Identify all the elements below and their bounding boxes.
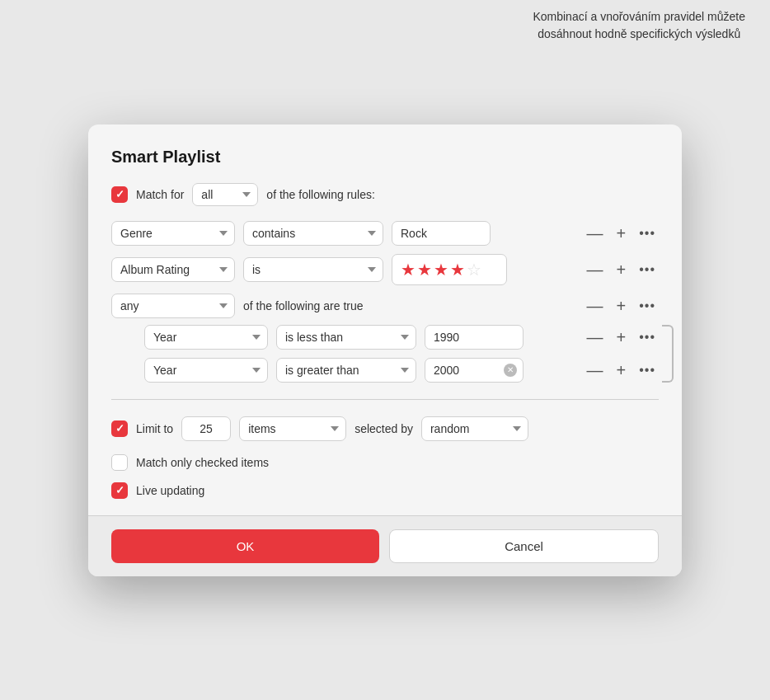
nested-field-select-year-2[interactable]: Year Genre Album Rating: [144, 358, 268, 383]
rule-row: Genre Album Rating Year Artist contains …: [111, 221, 659, 246]
nested-rule-actions-2: — + •••: [584, 360, 660, 380]
more-rule-2-button[interactable]: •••: [636, 261, 659, 278]
match-checked-row: Match only checked items: [111, 454, 659, 471]
cancel-button[interactable]: Cancel: [389, 529, 659, 563]
limit-label: Limit to: [136, 422, 173, 435]
nested-rule-row-1: Year Genre Album Rating is less than is …: [144, 325, 659, 350]
more-nested-rule-1-button[interactable]: •••: [636, 329, 659, 345]
match-all-select[interactable]: all any: [192, 183, 258, 206]
remove-rule-1-button[interactable]: —: [584, 223, 607, 243]
value-2000-wrapper: ✕: [425, 358, 524, 383]
rule-actions-2: — + •••: [584, 260, 660, 280]
field-select-album-rating[interactable]: Album Rating Genre Year: [111, 257, 235, 282]
dialog-title: Smart Playlist: [111, 148, 659, 167]
divider: [111, 399, 659, 400]
checkmark-icon: ✓: [115, 188, 124, 200]
clear-value-2000-button[interactable]: ✕: [504, 364, 517, 377]
limit-unit-select[interactable]: items songs hours MB GB: [239, 416, 346, 441]
match-checked-label: Match only checked items: [136, 456, 269, 469]
remove-nested-rule-1-button[interactable]: —: [584, 327, 607, 347]
selected-by-label: selected by: [354, 422, 413, 435]
add-rule-1-button[interactable]: +: [613, 223, 630, 243]
nested-field-select-year-1[interactable]: Year Genre Album Rating: [144, 325, 268, 350]
limit-value-input[interactable]: [181, 416, 231, 441]
match-row: ✓ Match for all any of the following rul…: [111, 183, 659, 206]
remove-rule-2-button[interactable]: —: [584, 260, 607, 280]
more-rule-1-button[interactable]: •••: [636, 225, 659, 242]
nested-condition-less-than[interactable]: is less than is greater than is is not: [276, 325, 416, 350]
any-row: any all of the following are true — + ••…: [111, 294, 659, 318]
tooltip: Kombinací a vnořováním pravidel můžete d…: [533, 8, 745, 43]
nested-value-1990[interactable]: [425, 325, 524, 350]
more-nested-rule-2-button[interactable]: •••: [636, 362, 659, 378]
star-3: ★: [434, 260, 448, 280]
more-rule-3-button[interactable]: •••: [636, 298, 659, 314]
match-checked-checkbox[interactable]: [111, 454, 128, 471]
remove-rule-3-button[interactable]: —: [584, 296, 607, 316]
stars-value[interactable]: ★ ★ ★ ★ ☆: [392, 254, 507, 285]
limit-checkmark-icon: ✓: [115, 422, 124, 435]
live-updating-label: Live updating: [136, 484, 204, 497]
match-checkbox[interactable]: ✓: [111, 186, 128, 203]
match-suffix: of the following rules:: [266, 188, 375, 201]
remove-nested-rule-2-button[interactable]: —: [584, 360, 607, 380]
condition-select-contains[interactable]: contains is is not: [243, 221, 383, 246]
star-4: ★: [450, 260, 465, 280]
limit-row: ✓ Limit to items songs hours MB GB selec…: [111, 416, 659, 441]
live-updating-row: ✓ Live updating: [111, 482, 659, 499]
live-checkmark-icon: ✓: [115, 484, 124, 496]
add-nested-rule-1-button[interactable]: +: [613, 327, 630, 347]
star-2: ★: [417, 260, 432, 280]
field-select-genre[interactable]: Genre Album Rating Year Artist: [111, 221, 235, 246]
nested-rules: Year Genre Album Rating is less than is …: [144, 325, 659, 383]
rule-actions-1: — + •••: [584, 223, 660, 243]
ok-button[interactable]: OK: [111, 529, 379, 563]
star-5: ☆: [467, 260, 481, 280]
limit-checkbox[interactable]: ✓: [111, 420, 128, 437]
value-input-rock[interactable]: [392, 221, 491, 246]
dialog-footer: OK Cancel: [88, 515, 682, 576]
smart-playlist-dialog: Smart Playlist ✓ Match for all any of th…: [88, 124, 682, 576]
field-select-any[interactable]: any all: [111, 294, 235, 318]
nested-rule-actions-1: — + •••: [584, 327, 660, 347]
tooltip-line1: Kombinací a vnořováním pravidel můžete: [533, 10, 745, 23]
rule-row-album-rating: Album Rating Genre Year is is not is gre…: [111, 254, 659, 285]
add-rule-2-button[interactable]: +: [613, 260, 630, 280]
condition-select-is[interactable]: is is not is greater than is less than: [243, 257, 383, 282]
rules-area: Genre Album Rating Year Artist contains …: [111, 221, 659, 383]
live-updating-checkbox[interactable]: ✓: [111, 482, 128, 499]
nested-bracket: [662, 325, 674, 383]
add-rule-3-button[interactable]: +: [613, 296, 630, 316]
nested-rule-container: any all of the following are true — + ••…: [111, 294, 659, 383]
sort-by-select[interactable]: random title artist album year: [421, 416, 528, 441]
rule-actions-3: — + •••: [584, 296, 660, 316]
any-text: of the following are true: [243, 299, 364, 312]
match-label: Match for: [136, 188, 184, 201]
nested-rule-row-2: Year Genre Album Rating is greater than …: [144, 358, 659, 383]
tooltip-line2: dosáhnout hodně specifických výsledků: [538, 27, 740, 40]
nested-rules-wrapper: Year Genre Album Rating is less than is …: [111, 325, 659, 383]
nested-condition-greater-than[interactable]: is greater than is less than is is not: [276, 358, 416, 383]
star-1: ★: [401, 260, 416, 280]
add-nested-rule-2-button[interactable]: +: [613, 360, 630, 380]
